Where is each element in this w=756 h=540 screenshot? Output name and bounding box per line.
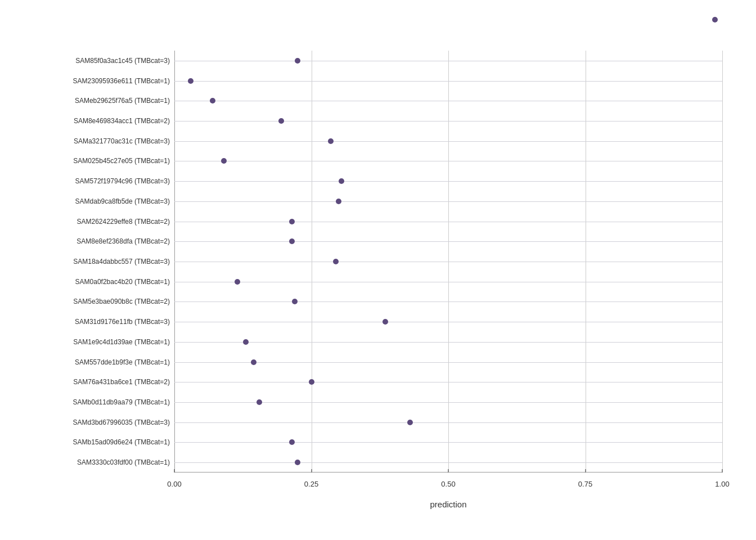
- chart-container: 0.000.250.500.751.00SAM85f0a3ac1c45 (TMB…: [0, 0, 756, 540]
- y-tick-label: SAM23095936e611 (TMBcat=1): [73, 77, 170, 85]
- data-dot: [235, 279, 240, 285]
- x-tick-label: 1.00: [715, 480, 729, 488]
- row-line: [174, 222, 722, 222]
- row-line: [174, 101, 722, 101]
- data-dot: [382, 319, 388, 325]
- data-dot: [256, 399, 262, 405]
- row-line: [174, 161, 722, 161]
- y-tick-label: SAMd3bd67996035 (TMBcat=3): [73, 418, 170, 426]
- data-dot: [221, 158, 227, 164]
- x-tick-mark: [448, 469, 449, 472]
- y-tick-label: SAM5e3bae090b8c (TMBcat=2): [73, 298, 170, 305]
- data-dot: [336, 199, 341, 204]
- y-tick-label: SAM18a4dabbc557 (TMBcat=3): [73, 258, 170, 266]
- x-tick-label: 0.00: [167, 480, 181, 488]
- y-tick-label: SAMa321770ac31c (TMBcat=3): [74, 137, 170, 145]
- legend: [708, 17, 722, 22]
- data-dot: [328, 138, 334, 144]
- y-tick-label: SAM3330c03fdf00 (TMBcat=1): [77, 458, 170, 466]
- y-tick-label: SAMb0d11db9aa79 (TMBcat=1): [73, 398, 170, 406]
- row-line: [174, 262, 722, 262]
- x-tick-mark: [722, 469, 723, 472]
- data-dot: [243, 339, 249, 345]
- data-dot: [295, 460, 300, 465]
- row-line: [174, 81, 722, 82]
- y-tick-label: SAM572f19794c96 (TMBcat=3): [75, 177, 170, 185]
- row-line: [174, 302, 722, 302]
- y-tick-label: SAM025b45c27e05 (TMBcat=1): [73, 157, 170, 165]
- data-dot: [289, 219, 295, 224]
- x-tick-mark: [585, 469, 586, 472]
- row-line: [174, 241, 722, 242]
- y-tick-label: SAMeb29625f76a5 (TMBcat=1): [75, 97, 170, 105]
- y-tick-label: SAM1e9c4d1d39ae (TMBcat=1): [73, 338, 170, 346]
- row-line: [174, 61, 722, 61]
- row-line: [174, 342, 722, 343]
- data-dot: [333, 259, 339, 264]
- x-tick-mark: [311, 469, 312, 472]
- x-tick-label: 0.25: [304, 480, 318, 488]
- y-tick-label: SAM8e8ef2368dfa (TMBcat=2): [76, 237, 170, 245]
- x-tick-mark: [174, 469, 175, 472]
- y-tick-label: SAM85f0a3ac1c45 (TMBcat=3): [75, 57, 170, 65]
- row-line: [174, 322, 722, 322]
- y-tick-label: SAM0a0f2bac4b20 (TMBcat=1): [75, 278, 170, 286]
- row-line: [174, 141, 722, 142]
- data-dot: [292, 299, 298, 304]
- grid-line: [722, 51, 723, 472]
- y-tick-label: SAMdab9ca8fb5de (TMBcat=3): [75, 197, 170, 205]
- x-tick-label: 0.75: [578, 480, 592, 488]
- data-dot: [339, 178, 344, 184]
- data-dot: [289, 439, 295, 445]
- data-dot: [188, 78, 194, 84]
- row-line: [174, 201, 722, 202]
- y-tick-label: SAM2624229effe8 (TMBcat=2): [76, 218, 170, 226]
- x-axis-label: prediction: [430, 500, 466, 509]
- data-dot: [278, 118, 284, 124]
- row-line: [174, 282, 722, 282]
- y-tick-label: SAM31d9176e11fb (TMBcat=3): [75, 318, 170, 326]
- y-tick-label: SAM8e469834acc1 (TMBcat=2): [74, 117, 170, 125]
- data-dot: [289, 238, 295, 244]
- y-tick-label: SAMb15ad09d6e24 (TMBcat=1): [73, 438, 170, 446]
- row-line: [174, 422, 722, 423]
- data-dot: [309, 379, 314, 385]
- y-tick-label: SAM76a431ba6ce1 (TMBcat=2): [73, 378, 170, 386]
- legend-dot: [712, 17, 718, 22]
- data-dot: [251, 359, 256, 365]
- data-dot: [407, 420, 413, 425]
- row-line: [174, 121, 722, 122]
- row-line: [174, 382, 722, 382]
- x-tick-label: 0.50: [441, 480, 455, 488]
- data-dot: [295, 58, 300, 64]
- plot-area: 0.000.250.500.751.00SAM85f0a3ac1c45 (TMB…: [174, 51, 722, 472]
- row-line: [174, 181, 722, 182]
- row-line: [174, 462, 722, 463]
- row-line: [174, 442, 722, 443]
- y-tick-label: SAM557dde1b9f3e (TMBcat=1): [75, 358, 170, 366]
- data-dot: [210, 98, 215, 104]
